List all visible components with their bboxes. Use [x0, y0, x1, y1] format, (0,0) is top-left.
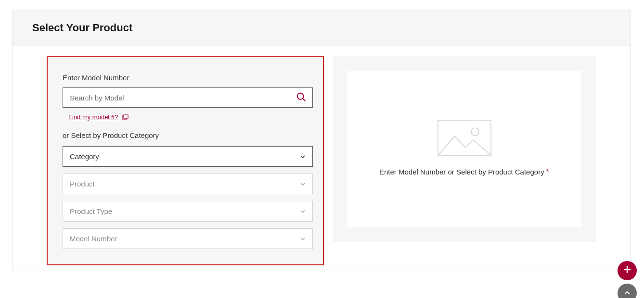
product-type-select[interactable]: Product Type — [63, 201, 313, 222]
model-search-input[interactable] — [63, 88, 290, 107]
card-header: Select Your Product — [13, 10, 630, 46]
category-select[interactable]: Category — [63, 146, 313, 167]
model-number-select-text: Model Number — [70, 235, 117, 243]
svg-point-5 — [471, 128, 479, 136]
search-icon — [296, 92, 307, 104]
required-asterisk: * — [546, 168, 549, 176]
popup-icon — [122, 114, 129, 120]
or-select-label: or Select by Product Category — [63, 131, 308, 139]
product-form-panel: Enter Model Number Find my model #? — [47, 56, 324, 265]
chevron-down-icon — [300, 209, 306, 214]
image-placeholder-icon — [438, 120, 491, 156]
svg-point-0 — [297, 93, 304, 99]
model-search-wrap — [63, 87, 313, 108]
page-title: Select Your Product — [32, 22, 132, 34]
chevron-down-icon — [300, 182, 306, 186]
add-fab-button[interactable] — [618, 261, 637, 280]
product-select-text: Product — [70, 180, 95, 188]
enter-model-label: Enter Model Number — [63, 74, 308, 82]
chevron-down-icon — [300, 154, 306, 159]
chevron-up-icon — [623, 289, 631, 298]
product-type-select-text: Product Type — [70, 207, 112, 215]
product-select-card: Select Your Product Enter Model Number F… — [12, 10, 631, 270]
preview-hint: Enter Model Number or Select by Product … — [350, 166, 578, 178]
scroll-top-button[interactable] — [618, 284, 637, 298]
model-number-select[interactable]: Model Number — [63, 228, 313, 249]
model-search-button[interactable] — [290, 88, 312, 107]
card-body: Enter Model Number Find my model #? — [13, 46, 630, 277]
svg-rect-3 — [124, 115, 128, 118]
find-model-link[interactable]: Find my model #? — [68, 113, 118, 121]
category-select-text: Category — [70, 152, 99, 161]
svg-line-1 — [303, 98, 305, 100]
svg-rect-4 — [438, 120, 491, 156]
preview-hint-text: Enter Model Number or Select by Product … — [379, 168, 544, 176]
product-preview-inner: Enter Model Number or Select by Product … — [347, 71, 581, 227]
plus-icon — [623, 265, 631, 276]
product-select[interactable]: Product — [63, 174, 313, 194]
find-model-row: Find my model #? — [68, 113, 308, 121]
product-preview-panel: Enter Model Number or Select by Product … — [333, 56, 596, 242]
chevron-down-icon — [300, 236, 306, 241]
